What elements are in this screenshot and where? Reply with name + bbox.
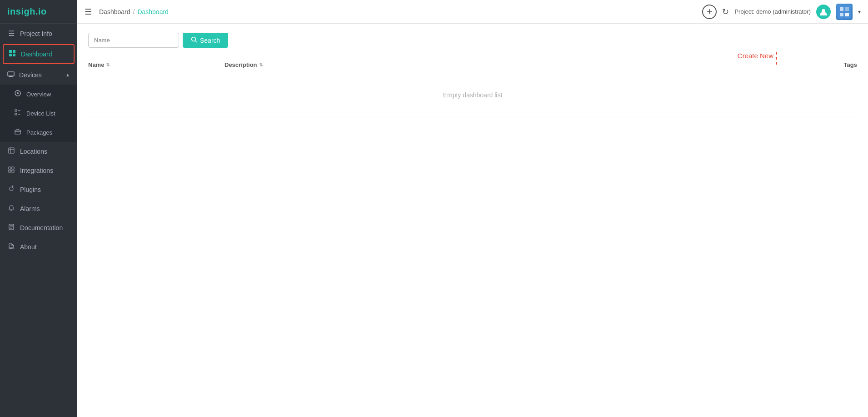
search-button[interactable]: Search (183, 33, 228, 48)
overview-icon (14, 90, 22, 98)
devices-label: Devices (19, 71, 42, 79)
svg-rect-20 (9, 170, 11, 172)
svg-rect-9 (15, 110, 17, 111)
about-icon (7, 243, 15, 251)
search-row: Search (88, 33, 857, 48)
devices-submenu: Overview Device List (0, 85, 77, 142)
logo-main: insigh (7, 6, 35, 16)
svg-rect-3 (13, 54, 15, 56)
user-avatar-image[interactable] (836, 4, 853, 20)
nav-section: ☰ Project Info Dashboard (0, 24, 77, 256)
table-header: Name ⇅ Description ⇅ Tags (88, 57, 857, 73)
sidebar-item-label: Locations (20, 148, 47, 155)
sidebar-item-label: Overview (26, 91, 51, 98)
sidebar-item-plugins[interactable]: Plugins (0, 180, 77, 199)
devices-icon (7, 70, 15, 79)
col-description-header[interactable]: Description ⇅ (224, 61, 766, 68)
sidebar-item-integrations[interactable]: Integrations (0, 161, 77, 180)
svg-point-22 (10, 187, 13, 191)
breadcrumb-current: Dashboard (137, 8, 169, 15)
svg-rect-31 (840, 7, 843, 11)
topbar-right: + ↻ Project: demo (administrator) (702, 4, 861, 20)
logo-accent: .io (35, 6, 47, 16)
locations-icon (7, 147, 15, 156)
dashboard-table: Name ⇅ Description ⇅ Tags Empty dashboar… (88, 57, 857, 117)
create-new-button[interactable]: + (702, 5, 717, 19)
device-list-icon (14, 109, 22, 117)
svg-line-36 (195, 41, 197, 43)
svg-rect-6 (9, 76, 13, 77)
menu-toggle-icon[interactable]: ☰ (85, 7, 92, 17)
svg-rect-19 (12, 167, 14, 169)
project-label: Project: demo (administrator) (734, 8, 811, 15)
refresh-button[interactable]: ↻ (722, 7, 729, 17)
breadcrumb: ☰ Dashboard / Dashboard (85, 7, 169, 17)
project-info-icon: ☰ (7, 29, 15, 38)
user-dropdown-arrow[interactable]: ▾ (858, 9, 861, 15)
svg-rect-0 (9, 50, 12, 53)
sidebar-item-label: Packages (26, 129, 52, 136)
packages-icon (14, 128, 22, 136)
plugins-icon (7, 186, 15, 194)
sidebar-item-label: Integrations (20, 167, 53, 174)
name-search-input[interactable] (88, 33, 179, 48)
svg-rect-32 (840, 13, 843, 16)
sidebar-item-label: Project Info (20, 30, 52, 37)
sidebar-item-label: Documentation (20, 224, 63, 231)
sidebar-item-documentation[interactable]: Documentation (0, 218, 77, 237)
svg-rect-15 (9, 148, 14, 153)
sidebar-item-label: Alarms (20, 205, 40, 212)
dashboard-icon (8, 50, 16, 59)
main-area: ☰ Dashboard / Dashboard + ↻ Project: dem… (77, 0, 868, 417)
devices-chevron: ▲ (65, 72, 70, 77)
sidebar-item-alarms[interactable]: Alarms (0, 199, 77, 218)
documentation-icon (7, 224, 15, 232)
sidebar-item-label: Plugins (20, 186, 41, 193)
sidebar-item-project-info[interactable]: ☰ Project Info (0, 24, 77, 43)
search-button-label: Search (200, 37, 220, 44)
svg-rect-30 (838, 5, 851, 19)
svg-point-35 (192, 37, 196, 41)
name-sort-icon: ⇅ (106, 62, 110, 67)
empty-state-message: Empty dashboard list (88, 73, 857, 117)
svg-rect-1 (13, 50, 15, 53)
sidebar-item-packages[interactable]: Packages (0, 123, 77, 142)
user-avatar[interactable] (816, 5, 831, 19)
alarms-icon (7, 205, 15, 213)
breadcrumb-separator: / (133, 8, 135, 15)
svg-rect-18 (9, 167, 11, 169)
sidebar-item-label: Device List (26, 110, 55, 117)
svg-rect-21 (12, 170, 14, 172)
sidebar-item-locations[interactable]: Locations (0, 142, 77, 161)
svg-rect-2 (9, 54, 12, 56)
integrations-icon (7, 166, 15, 175)
svg-rect-10 (15, 113, 17, 115)
sidebar-item-label: About (20, 243, 37, 251)
logo-area: insigh.io (0, 0, 77, 24)
topbar: ☰ Dashboard / Dashboard + ↻ Project: dem… (77, 0, 868, 24)
sidebar-item-overview[interactable]: Overview (0, 85, 77, 104)
col-name-header[interactable]: Name ⇅ (88, 61, 224, 68)
sidebar-item-label: Dashboard (21, 50, 52, 58)
svg-point-8 (17, 92, 19, 94)
breadcrumb-parent[interactable]: Dashboard (99, 8, 130, 15)
sidebar-item-dashboard[interactable]: Dashboard (3, 44, 75, 64)
sidebar-item-devices[interactable]: Devices ▲ (0, 65, 77, 85)
sidebar-item-device-list[interactable]: Device List (0, 104, 77, 123)
search-icon (191, 36, 197, 44)
svg-rect-4 (8, 72, 14, 76)
plus-icon: + (707, 7, 713, 17)
logo: insigh.io (7, 6, 47, 17)
sidebar-item-about[interactable]: About (0, 237, 77, 256)
svg-rect-13 (15, 130, 20, 134)
svg-rect-34 (845, 13, 849, 16)
sidebar: insigh.io ☰ Project Info Dashboard (0, 0, 77, 417)
svg-rect-33 (845, 7, 849, 11)
col-tags-header: Tags (766, 61, 857, 68)
content-area: Create New Search Name (77, 24, 868, 417)
desc-sort-icon: ⇅ (259, 62, 263, 67)
